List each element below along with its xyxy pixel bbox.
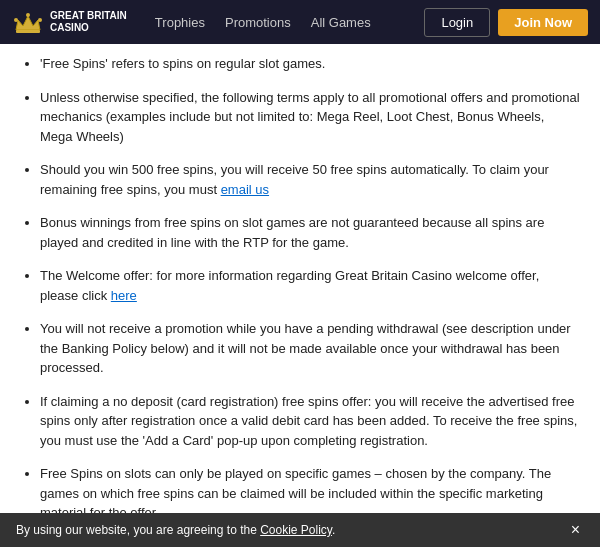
terms-list: 'Free Spins' refers to spins on regular …: [20, 54, 580, 547]
list-item: 'Free Spins' refers to spins on regular …: [40, 54, 580, 74]
item-text: Unless otherwise specified, the followin…: [40, 90, 580, 144]
nav-promotions[interactable]: Promotions: [217, 11, 299, 34]
list-item: If claiming a no deposit (card registrat…: [40, 392, 580, 451]
logo-text: GREAT BRITAIN CASINO: [50, 10, 127, 34]
svg-marker-1: [16, 16, 40, 30]
here-link[interactable]: here: [111, 288, 137, 303]
email-us-link[interactable]: email us: [221, 182, 269, 197]
logo: GREAT BRITAIN CASINO: [12, 6, 127, 38]
list-item: The Welcome offer: for more information …: [40, 266, 580, 305]
item-text: Bonus winnings from free spins on slot g…: [40, 215, 544, 250]
cookie-text: By using our website, you are agreeing t…: [16, 523, 555, 537]
list-item: Unless otherwise specified, the followin…: [40, 88, 580, 147]
header: GREAT BRITAIN CASINO Trophies Promotions…: [0, 0, 600, 44]
nav-trophies[interactable]: Trophies: [147, 11, 213, 34]
svg-point-4: [26, 13, 30, 17]
join-button[interactable]: Join Now: [498, 9, 588, 36]
svg-rect-2: [16, 30, 40, 33]
list-item: Bonus winnings from free spins on slot g…: [40, 213, 580, 252]
svg-point-3: [14, 18, 18, 22]
cookie-banner: By using our website, you are agreeing t…: [0, 513, 600, 547]
logo-icon: [12, 6, 44, 38]
cookie-text-after: .: [332, 523, 335, 537]
item-text: You will not receive a promotion while y…: [40, 321, 571, 375]
svg-point-5: [38, 18, 42, 22]
item-text-before: Should you win 500 free spins, you will …: [40, 162, 549, 197]
nav-links: Trophies Promotions All Games: [147, 11, 379, 34]
header-left: GREAT BRITAIN CASINO Trophies Promotions…: [12, 6, 379, 38]
cookie-close-button[interactable]: ×: [567, 521, 584, 539]
cookie-policy-link[interactable]: Cookie Policy: [260, 523, 332, 537]
item-text: If claiming a no deposit (card registrat…: [40, 394, 577, 448]
login-button[interactable]: Login: [424, 8, 490, 37]
item-text: Free Spins on slots can only be played o…: [40, 466, 551, 520]
nav-all-games[interactable]: All Games: [303, 11, 379, 34]
header-right: Login Join Now: [424, 8, 588, 37]
main-content: 'Free Spins' refers to spins on regular …: [0, 44, 600, 547]
item-text: 'Free Spins' refers to spins on regular …: [40, 56, 325, 71]
list-item: You will not receive a promotion while y…: [40, 319, 580, 378]
list-item: Should you win 500 free spins, you will …: [40, 160, 580, 199]
cookie-text-before: By using our website, you are agreeing t…: [16, 523, 260, 537]
